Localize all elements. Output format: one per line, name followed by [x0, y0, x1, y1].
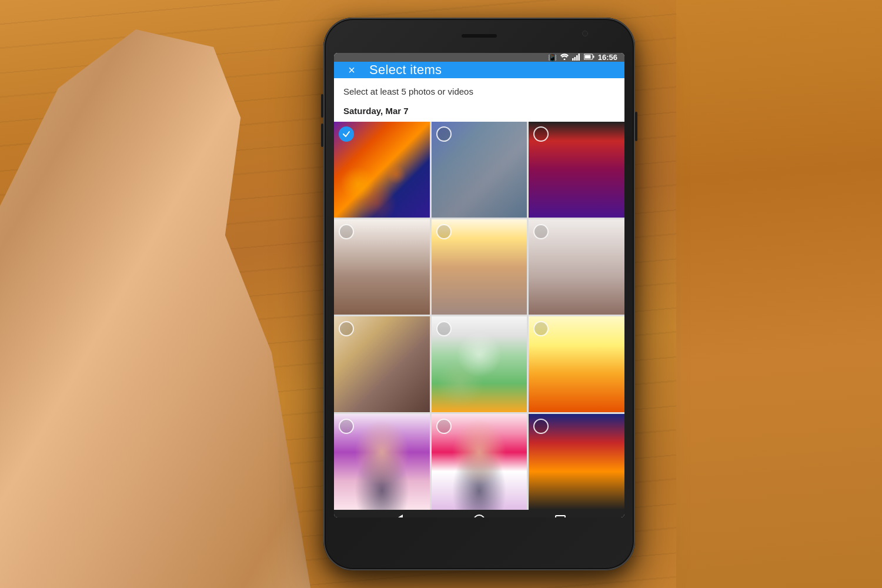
svg-rect-6: [584, 55, 590, 59]
photo-cell-11[interactable]: [432, 414, 527, 510]
camera: [582, 31, 588, 36]
select-circle-8[interactable]: [436, 321, 452, 336]
svg-rect-3: [576, 55, 578, 61]
app-bar: × Select items: [334, 62, 624, 78]
status-bar: 📳: [334, 53, 624, 62]
close-button[interactable]: ×: [343, 62, 360, 78]
photo-cell-7[interactable]: [334, 316, 430, 412]
select-circle-1[interactable]: [339, 126, 354, 142]
phone-body: 📳: [323, 18, 635, 570]
photo-cell-4[interactable]: [334, 219, 430, 315]
signal-icon: [572, 54, 580, 62]
photo-cell-9[interactable]: [529, 316, 624, 412]
app-title: Select items: [369, 62, 442, 78]
instructions-text: Select at least 5 photos or videos: [343, 86, 615, 96]
home-button[interactable]: [469, 510, 490, 517]
svg-rect-4: [578, 54, 580, 61]
status-time: 16:56: [598, 53, 617, 62]
photo-cell-6[interactable]: [529, 219, 624, 315]
select-circle-11[interactable]: [436, 419, 452, 434]
navigation-bar: [334, 510, 624, 517]
photo-cell-5[interactable]: [432, 219, 527, 315]
battery-icon: [584, 54, 594, 61]
date-label: Saturday, Mar 7: [334, 100, 624, 122]
select-circle-2[interactable]: [436, 126, 452, 142]
select-circle-10[interactable]: [339, 419, 354, 434]
svg-point-0: [563, 59, 565, 61]
recents-button[interactable]: [550, 510, 571, 517]
power-button[interactable]: [635, 112, 637, 141]
photo-cell-1[interactable]: [334, 122, 430, 218]
photo-grid: [334, 122, 624, 510]
photo-cell-10[interactable]: [334, 414, 430, 510]
svg-rect-7: [593, 56, 594, 58]
phone: 📳: [323, 18, 635, 570]
select-circle-6[interactable]: [533, 224, 549, 239]
select-circle-5[interactable]: [436, 224, 452, 239]
svg-rect-1: [572, 58, 574, 61]
svg-rect-2: [574, 57, 576, 61]
phone-screen: 📳: [334, 53, 624, 517]
wood-right: [676, 0, 882, 588]
photo-cell-8[interactable]: [432, 316, 527, 412]
wifi-icon: [560, 54, 569, 61]
back-button[interactable]: [387, 510, 409, 517]
vibrate-icon: 📳: [548, 54, 557, 62]
instructions-section: Select at least 5 photos or videos Satur…: [334, 78, 624, 122]
select-circle-4[interactable]: [339, 224, 354, 239]
photo-cell-3[interactable]: [529, 122, 624, 218]
photo-cell-12[interactable]: [529, 414, 624, 510]
speaker: [462, 34, 497, 38]
photo-cell-2[interactable]: [432, 122, 527, 218]
